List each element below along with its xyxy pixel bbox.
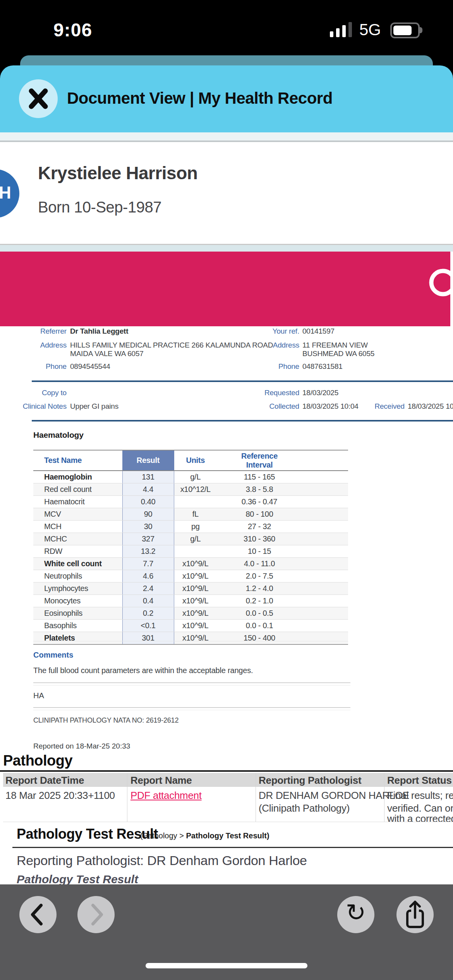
empty-cell — [302, 533, 348, 545]
your-ref-label: Your ref. — [237, 327, 299, 336]
referrer-value: Dr Tahlia Leggett — [70, 327, 128, 336]
document-rule-1 — [32, 380, 453, 382]
test-name-cell: MCH — [33, 521, 122, 533]
col-header-reference-interval: Reference Interval — [217, 450, 302, 471]
comments-divider-2 — [33, 707, 350, 710]
empty-cell — [302, 620, 348, 632]
test-name-cell: White cell count — [33, 558, 122, 570]
page-title: Document View | My Health Record — [67, 89, 333, 108]
patient-phone-value: 0487631581 — [302, 362, 343, 371]
table-row: Haemoglobin131g/L115 - 165 — [33, 471, 348, 483]
pathology-test-result-heading: Pathology Test Result — [17, 826, 158, 842]
test-name-cell: Haemoglobin — [33, 471, 122, 483]
empty-cell — [302, 558, 348, 570]
table-row: White cell count7.7x10^9/L4.0 - 11.0 — [33, 558, 348, 570]
pathology-row-border — [3, 822, 453, 822]
column-divider — [127, 773, 127, 822]
practice-phone-value: 0894545544 — [70, 362, 110, 371]
col-report-status: Report Status — [387, 774, 452, 786]
empty-cell — [302, 521, 348, 533]
report-datetime-value: 18 Mar 2025 20:33+1100 — [5, 790, 115, 802]
patient-name: Krystielee Harrison — [38, 163, 197, 183]
share-button[interactable] — [396, 896, 434, 933]
reference-interval-cell: 80 - 100 — [217, 508, 302, 521]
result-cell: 30 — [122, 521, 174, 533]
units-cell: x10^9/L — [174, 583, 217, 595]
table-row: MCHC327g/L310 - 360 — [33, 533, 348, 545]
refresh-button[interactable]: ↻ — [337, 896, 374, 933]
empty-cell — [302, 570, 348, 583]
reference-interval-cell: 27 - 32 — [217, 521, 302, 533]
reference-interval-cell: 0.2 - 1.0 — [217, 595, 302, 607]
reference-interval-cell: 3.8 - 5.8 — [217, 483, 302, 496]
units-cell: g/L — [174, 471, 217, 483]
requested-label: Requested — [237, 389, 299, 397]
report-status-line: Final results; resu — [387, 790, 453, 802]
reference-interval-cell: 0.36 - 0.47 — [217, 496, 302, 508]
table-row: Red cell count4.4x10^12/L3.8 - 5.8 — [33, 483, 348, 496]
reference-interval-cell: 2.0 - 7.5 — [217, 570, 302, 583]
test-name-cell: MCV — [33, 508, 122, 521]
test-name-cell: RDW — [33, 545, 122, 558]
header-lower-band — [0, 132, 453, 140]
test-result-subheading: Pathology Test Result — [17, 873, 138, 886]
empty-cell — [302, 595, 348, 607]
table-row: Platelets301x10^9/L150 - 400 — [33, 632, 348, 645]
units-cell: pg — [174, 521, 217, 533]
table-header-row: Test Name Result Units Reference Interva… — [33, 450, 348, 471]
your-ref-value: 00141597 — [302, 327, 335, 336]
units-cell — [174, 545, 217, 558]
collected-label: Collected — [237, 402, 299, 411]
result-cell: 4.4 — [122, 483, 174, 496]
units-cell: x10^9/L — [174, 607, 217, 620]
comments-label: Comments — [33, 651, 73, 660]
units-cell: x10^9/L — [174, 558, 217, 570]
units-cell: x10^9/L — [174, 595, 217, 607]
home-indicator[interactable] — [146, 963, 307, 968]
pathologist-line: (Clinipath Pathology) — [259, 802, 350, 814]
patient-address-label: Address — [237, 341, 299, 350]
units-cell: g/L — [174, 533, 217, 545]
pdf-attachment-link[interactable]: PDF attachment — [130, 790, 202, 802]
result-cell: 327 — [122, 533, 174, 545]
empty-cell — [302, 583, 348, 595]
copy-to-label: Copy to — [23, 389, 67, 397]
test-result-rule — [12, 847, 453, 848]
status-time: 9:06 — [53, 19, 92, 41]
pathologist-initials: HA — [33, 691, 44, 700]
search-icon[interactable] — [426, 263, 450, 314]
reference-interval-cell: 0.0 - 0.5 — [217, 607, 302, 620]
close-button[interactable] — [19, 79, 58, 118]
reference-interval-cell: 10 - 15 — [217, 545, 302, 558]
result-cell: 2.4 — [122, 583, 174, 595]
share-icon — [396, 896, 434, 933]
reference-interval-cell: 310 - 360 — [217, 533, 302, 545]
battery-fill — [393, 26, 412, 35]
close-icon — [19, 79, 58, 118]
patient-phone-label: Phone — [237, 362, 299, 371]
test-name-cell: Red cell count — [33, 483, 122, 496]
units-cell: x10^9/L — [174, 570, 217, 583]
practice-address-line2: MAIDA VALE WA 6057 — [70, 350, 144, 358]
empty-cell — [302, 496, 348, 508]
table-row: Eosinophils0.2x10^9/L0.0 - 0.5 — [33, 607, 348, 620]
practice-address-label: Address — [23, 341, 67, 350]
result-cell: 0.4 — [122, 595, 174, 607]
units-cell — [174, 496, 217, 508]
patient-address-line2: BUSHMEAD WA 6055 — [302, 350, 374, 358]
back-button[interactable] — [19, 896, 57, 933]
empty-cell — [302, 545, 348, 558]
test-name-cell: MCHC — [33, 533, 122, 545]
forward-button[interactable] — [77, 896, 115, 933]
result-cell: 301 — [122, 632, 174, 645]
col-report-datetime: Report DateTime — [5, 774, 84, 786]
result-cell: 90 — [122, 508, 174, 521]
forward-icon — [77, 896, 115, 933]
received-value: 18/03/2025 10:04 — [408, 402, 453, 411]
col-reporting-pathologist: Reporting Pathologist — [259, 774, 361, 786]
test-name-cell: Eosinophils — [33, 607, 122, 620]
reference-interval-cell: 4.0 - 11.0 — [217, 558, 302, 570]
col-header-units: Units — [174, 450, 217, 471]
refresh-icon: ↻ — [337, 898, 374, 927]
result-cell: 4.6 — [122, 570, 174, 583]
